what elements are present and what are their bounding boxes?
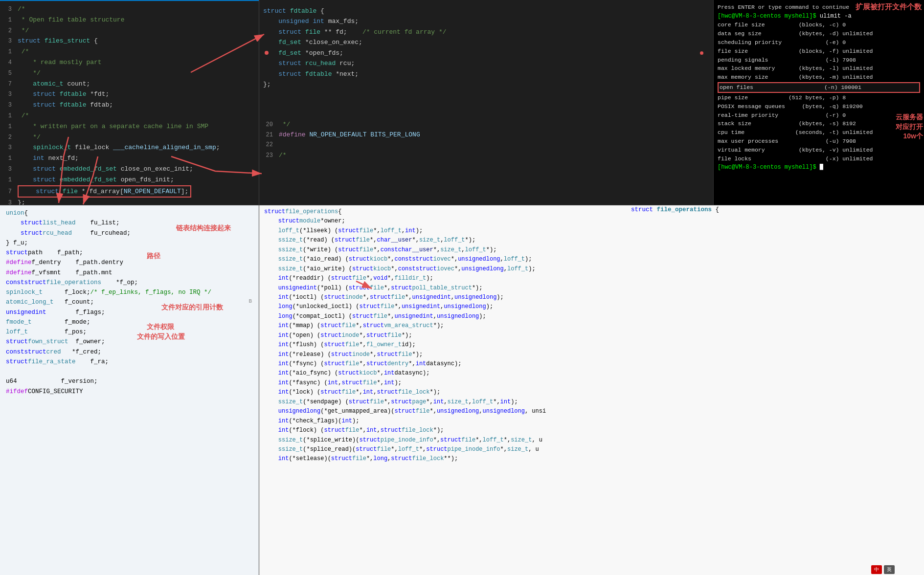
code-line: 7 atomic_t count; xyxy=(2,79,259,89)
code-line: long (*unlocked_ioctl) (struct file *, u… xyxy=(263,302,920,311)
code-line: 1 int next_fd; xyxy=(2,153,259,164)
code-line: fmode_t f_mode; xyxy=(5,317,254,327)
code-line: int (*release) (struct inode *, struct f… xyxy=(263,350,920,359)
terminal-line: core file size (blocks, -c) 0 xyxy=(718,21,920,29)
code-line: 1 * Open file table structure xyxy=(2,15,259,25)
terminal-line: [hwc@VM-8-3-centos myshell]$ ulimit -a xyxy=(718,12,920,21)
code-line: 3 /* xyxy=(2,4,259,15)
code-line: struct file_ra_state f_ra; xyxy=(5,357,254,367)
terminal-line: [hwc@VM-8-3-centos myshell]$ █ xyxy=(718,163,920,172)
panel-bottom-right: struct file_operations { struct module *… xyxy=(259,205,924,575)
indicator-b: B xyxy=(248,298,252,304)
code-line: spinlock_t f_lock; /* f_ep_links, f_flag… xyxy=(5,288,254,297)
code-line: ssize_t (*read) (struct file *, char __u… xyxy=(263,236,920,245)
code-line: int (*ioctl) (struct inode *, struct fil… xyxy=(263,293,920,302)
terminal-line: pending signals (-i) 7908 xyxy=(718,56,920,65)
terminal-line: stack size (kbytes, -s) 8192 xyxy=(718,119,920,128)
status-lang: 英 xyxy=(884,565,895,574)
code-line: 22 xyxy=(263,140,709,150)
code-line: struct file ** fd; /* current fd array *… xyxy=(263,27,709,37)
code-line: 2 */ xyxy=(2,25,259,36)
terminal-line: virtual memory (kbytes, -v) unlimited xyxy=(718,146,920,155)
code-line: int (*lock) (struct file *, int, struct … xyxy=(263,388,920,397)
status-cn: 中 xyxy=(871,565,882,574)
code-line: struct module *owner; xyxy=(263,217,920,226)
terminal-line-highlighted: open files (-n) 100001 xyxy=(718,82,920,93)
code-line: int (*flush) (struct file *, fl_owner_t … xyxy=(263,340,920,350)
code-line: #define f_dentry f_path.dentry xyxy=(5,258,254,267)
code-line: union { xyxy=(5,208,254,218)
code-line: atomic_long_t f_count; xyxy=(5,297,254,307)
code-line: 3 struct files_struct { xyxy=(2,36,259,46)
terminal-line: file size (blocks, -f) unlimited xyxy=(718,47,920,56)
code-line: int (*fsync) (struct file *, struct dent… xyxy=(263,359,920,369)
code-line: 1 /* xyxy=(2,46,259,57)
code-line: }; xyxy=(263,79,709,89)
status-bar: 中 英 xyxy=(871,565,895,574)
code-line: unsigned int (*poll) (struct file *, str… xyxy=(263,284,920,293)
code-line: u64 f_version; xyxy=(5,376,254,386)
code-line: const struct file_operations *f_op; xyxy=(5,278,254,288)
code-line: struct fown_struct f_owner; xyxy=(5,337,254,347)
code-line: 23 /* xyxy=(263,150,709,161)
code-line: ssize_t (*write) (struct file *, const c… xyxy=(263,245,920,255)
code-line: ssize_t (*aio_write) (struct kiocb *, co… xyxy=(263,265,920,274)
code-line: ssize_t (*splice_write)(struct pipe_inod… xyxy=(263,436,920,445)
code-line: ssize_t (*aio_read) (struct kiocb *, con… xyxy=(263,255,920,264)
code-line: int (*setlease)(struct file *, long, str… xyxy=(263,454,920,464)
code-line: struct rcu_head fu_rcuhead; xyxy=(5,228,254,238)
code-line: int (*fasync) (int, struct file *, int); xyxy=(263,378,920,388)
code-line: 1 * written part on a separate cache lin… xyxy=(2,121,259,132)
code-line: #ifdef CONFIG_SECURITY xyxy=(5,387,254,397)
terminal-line: POSIX message queues (bytes, -q) 819200 xyxy=(718,102,920,111)
code-line: 21 #define NR_OPEN_DEFAULT BITS_PER_LONG xyxy=(263,130,709,140)
code-line: int (*readdir) (struct file *, void *, f… xyxy=(263,274,920,283)
fdtable-code: struct fdtable { unsigned int max_fds; s… xyxy=(259,0,714,205)
code-line: unsigned int max_fds; xyxy=(263,16,709,26)
code-line: int (*check_flags)(int); xyxy=(263,417,920,426)
panel-top-right: struct fdtable { unsigned int max_fds; s… xyxy=(259,0,924,205)
code-line: unsigned long (*get_unmapped_area)(struc… xyxy=(263,407,920,416)
code-line: int (*flock) (struct file *, int, struct… xyxy=(263,426,920,435)
file-operations-header: struct file_operations { xyxy=(631,206,719,213)
code-line: fd_set *close_on_exec; xyxy=(263,37,709,47)
code-line: struct fdtable { xyxy=(263,6,709,16)
panel-top-left: 3 /* 1 * Open file table structure 2 */ … xyxy=(0,0,259,205)
code-line: struct rcu_head rcu; xyxy=(263,58,709,68)
terminal-line: max memory size (kbytes, -m) unlimited xyxy=(718,73,920,82)
code-line: int (*open) (struct inode *, struct file… xyxy=(263,331,920,340)
code-line: const struct cred *f_cred; xyxy=(5,347,254,357)
code-line: loff_t f_pos; xyxy=(5,327,254,337)
code-line xyxy=(5,367,254,376)
terminal-line: data seg size (kbytes, -d) unlimited xyxy=(718,29,920,38)
code-line: #define f_vfsmnt f_path.mnt xyxy=(5,268,254,278)
code-line: } f_u; xyxy=(5,238,254,248)
terminal-line: max user processes (-u) 7908 xyxy=(718,137,920,146)
terminal-line: Press ENTER or type command to continue xyxy=(718,3,920,12)
code-line: 3 struct fdtable *fdt; xyxy=(2,89,259,100)
code-line: loff_t (*llseek) (struct file *, loff_t,… xyxy=(263,226,920,236)
code-line-highlighted: 7 struct file * fd_array[NR_OPEN_DEFAULT… xyxy=(2,185,259,198)
terminal-line: file locks (-x) unlimited xyxy=(718,155,920,163)
code-line: struct list_head fu_list; xyxy=(5,218,254,228)
terminal-line: real-time priority (-r) 0 xyxy=(718,111,920,120)
code-line: struct fdtable *next; xyxy=(263,69,709,79)
terminal-line: cpu time (seconds, -t) unlimited xyxy=(718,128,920,137)
code-line: 3 }; xyxy=(2,198,259,205)
code-line: int (*mmap) (struct file *, struct vm_ar… xyxy=(263,321,920,331)
code-line: 1 /* xyxy=(2,111,259,121)
code-line: unsigned int f_flags; xyxy=(5,308,254,317)
code-line: 4 * read mostly part xyxy=(2,57,259,68)
panel-bottom-left: union { struct list_head fu_list; struct… xyxy=(0,205,259,575)
code-line: 3 struct fdtable fdtab; xyxy=(2,100,259,111)
code-line: 2 */ xyxy=(2,132,259,143)
terminal-line: scheduling priority (-e) 0 xyxy=(718,38,920,47)
terminal-line: pipe size (512 bytes, -p) 8 xyxy=(718,93,920,102)
code-line: 3 struct embedded_fd_set close_on_exec_i… xyxy=(2,164,259,175)
code-line: 1 struct embedded_fd_set open_fds_init; xyxy=(2,175,259,185)
terminal-line: max locked memory (kbytes, -l) unlimited xyxy=(718,64,920,73)
code-line: int (*aio_fsync) (struct kiocb *, int da… xyxy=(263,369,920,378)
code-line: ssize_t (*splice_read)(struct file *, lo… xyxy=(263,445,920,454)
code-line: struct file_operations { xyxy=(263,207,920,217)
code-line: 3 spinlock_t file_lock ___cacheline_alig… xyxy=(2,142,259,153)
